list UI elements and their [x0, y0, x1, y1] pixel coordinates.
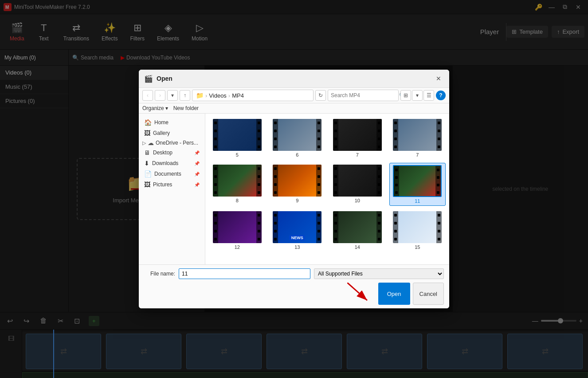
breadcrumb-sep-2: › — [228, 92, 230, 99]
file-item-13[interactable]: NEWS 13 — [269, 209, 326, 252]
view-details-button[interactable]: ☰ — [423, 90, 434, 101]
filmstrip-left-8 — [213, 165, 218, 197]
new-folder-label: New folder — [173, 105, 199, 111]
file-name-7b: 7 — [416, 152, 419, 158]
files-grid: 5 6 — [209, 117, 446, 252]
view-large-icons-button[interactable]: ⊞ — [400, 90, 411, 101]
dialog-overlay: 🎬 Open ✕ ‹ › ▾ ↑ 📁 › Videos › MP4 ↻ 🔍 ⊞ — [0, 0, 588, 378]
downloads-icon: ⬇ — [144, 160, 149, 167]
pin-icon-downloads: 📌 — [194, 161, 200, 166]
sidebar-pictures[interactable]: 🖼 Pictures 📌 — [139, 179, 205, 190]
dialog-close-button[interactable]: ✕ — [433, 73, 444, 84]
nav-up-button[interactable]: ↑ — [180, 90, 190, 101]
onedrive-label: OneDrive - Pers... — [156, 140, 198, 146]
filetype-select[interactable]: All Supported Files Video Files Audio Fi… — [314, 268, 444, 279]
filmstrip-right-8 — [256, 165, 262, 197]
file-thumb-7b — [393, 119, 442, 151]
breadcrumb-mp4[interactable]: MP4 — [232, 92, 244, 99]
file-thumb-11 — [393, 165, 442, 197]
file-item-8[interactable]: 8 — [209, 163, 266, 206]
dialog-sidebar: 🏠 Home 🖼 Gallery ▷ ☁ OneDrive - Pers... … — [139, 114, 205, 264]
file-name-7: 7 — [356, 152, 359, 158]
open-file-dialog: 🎬 Open ✕ ‹ › ▾ ↑ 📁 › Videos › MP4 ↻ 🔍 ⊞ — [139, 70, 449, 308]
file-name-8: 8 — [236, 198, 239, 203]
cancel-button[interactable]: Cancel — [413, 283, 444, 305]
file-item-6[interactable]: 6 — [269, 117, 326, 159]
pin-icon: 📌 — [194, 150, 200, 155]
file-item-7b[interactable]: 7 — [389, 117, 446, 159]
open-arrow-svg — [347, 283, 374, 305]
view-dropdown-button[interactable]: ▾ — [412, 90, 423, 101]
dialog-action-buttons: Open Cancel — [144, 283, 444, 305]
file-thumb-12 — [213, 211, 262, 243]
documents-icon: 📄 — [144, 170, 152, 177]
filmstrip-right-12 — [256, 211, 262, 243]
file-thumb-8 — [213, 165, 262, 197]
onedrive-icon: ☁ — [148, 139, 154, 146]
filename-row: File name: All Supported Files Video Fil… — [144, 268, 444, 279]
organize-chevron: ▾ — [165, 105, 168, 111]
gallery-icon: 🖼 — [144, 130, 150, 137]
home-icon: 🏠 — [144, 119, 152, 126]
file-item-9[interactable]: 9 — [269, 163, 326, 206]
file-thumb-10 — [333, 165, 382, 197]
breadcrumb-videos[interactable]: Videos — [209, 92, 227, 99]
file-item-15[interactable]: 15 — [389, 209, 446, 252]
desktop-icon: 🖥 — [144, 149, 150, 156]
file-item-5[interactable]: 5 — [209, 117, 266, 159]
filmstrip-left-14 — [333, 211, 338, 243]
sidebar-desktop[interactable]: 🖥 Desktop 📌 — [139, 147, 205, 158]
file-thumb-13: NEWS — [273, 211, 321, 243]
filmstrip-right-11 — [435, 166, 441, 196]
file-item-14[interactable]: 14 — [329, 209, 386, 252]
news-label: NEWS — [290, 235, 305, 240]
dialog-icon: 🎬 — [144, 75, 153, 83]
search-input[interactable] — [331, 92, 397, 98]
pin-icon-pictures: 📌 — [194, 182, 200, 187]
breadcrumb-home-icon: 📁 — [196, 92, 204, 99]
sidebar-onedrive-section[interactable]: ▷ ☁ OneDrive - Pers... — [139, 138, 205, 147]
sidebar-downloads[interactable]: ⬇ Downloads 📌 — [139, 158, 205, 169]
sidebar-home[interactable]: 🏠 Home — [139, 117, 205, 128]
sidebar-gallery[interactable]: 🖼 Gallery — [139, 128, 205, 138]
file-name-10: 10 — [355, 198, 360, 203]
new-folder-button[interactable]: New folder — [173, 105, 199, 111]
filename-input[interactable] — [179, 268, 310, 279]
dialog-organize-bar: Organize ▾ New folder — [139, 103, 449, 114]
filmstrip-right-7 — [376, 119, 382, 151]
file-item-11[interactable]: 11 — [389, 163, 446, 206]
filmstrip-right-5 — [256, 119, 262, 151]
nav-back-button[interactable]: ‹ — [142, 90, 153, 101]
nav-forward-button[interactable]: › — [155, 90, 165, 101]
pictures-label: Pictures — [153, 181, 172, 188]
nav-dropdown-button[interactable]: ▾ — [167, 90, 178, 101]
filmstrip-left-13 — [273, 211, 278, 243]
filmstrip-left-7 — [333, 119, 338, 151]
filmstrip-left-7b — [393, 119, 398, 151]
organize-button[interactable]: Organize ▾ — [142, 105, 168, 111]
pictures-icon: 🖼 — [144, 181, 150, 188]
gallery-label: Gallery — [153, 130, 170, 136]
file-item-10[interactable]: 10 — [329, 163, 386, 206]
open-button[interactable]: Open — [378, 283, 410, 305]
expand-icon: ▷ — [142, 140, 146, 146]
help-button[interactable]: ? — [436, 91, 446, 100]
sidebar-documents[interactable]: 📄 Documents 📌 — [139, 169, 205, 179]
downloads-label: Downloads — [152, 160, 178, 166]
file-item-7[interactable]: 7 — [329, 117, 386, 159]
dialog-bottom: File name: All Supported Files Video Fil… — [139, 264, 449, 308]
file-thumb-6 — [273, 119, 321, 151]
search-box: 🔍 — [328, 90, 399, 101]
file-name-13: 13 — [294, 244, 300, 250]
file-thumb-14 — [333, 211, 382, 243]
file-item-12[interactable]: 12 — [209, 209, 266, 252]
file-thumb-15 — [393, 211, 442, 243]
file-name-9: 9 — [296, 198, 298, 203]
pin-icon-documents: 📌 — [194, 172, 200, 177]
open-arrow-container — [347, 283, 374, 305]
dialog-files: 5 6 — [205, 114, 449, 264]
refresh-button[interactable]: ↻ — [315, 90, 326, 101]
filmstrip-right-13 — [316, 211, 321, 243]
filmstrip-left-11 — [394, 166, 399, 196]
organize-label: Organize — [142, 105, 164, 111]
